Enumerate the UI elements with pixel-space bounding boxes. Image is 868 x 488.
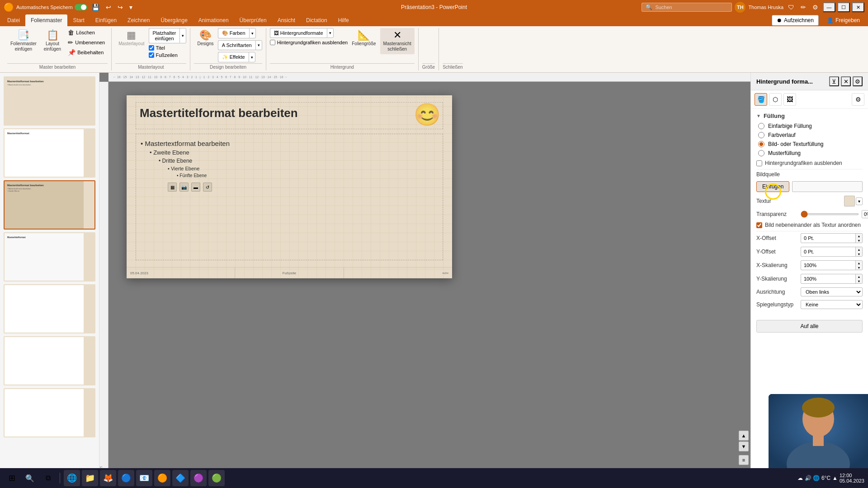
masterlayout-button[interactable]: ▦ Masterlayout (115, 28, 147, 49)
x-skalierung-value[interactable] (801, 262, 855, 269)
auf-alle-button[interactable]: Auf alle (756, 320, 863, 333)
tab-dictation[interactable]: Dictation (301, 14, 333, 26)
hintergrundformate-arrow[interactable]: ▾ (327, 28, 334, 38)
panel-collapse-button[interactable]: ⊻ (829, 76, 839, 86)
einfuegen-button[interactable]: Einfügen (756, 181, 789, 192)
platzhalter-main[interactable]: Platzhaltereinfügen (149, 28, 180, 43)
panel-extra-button[interactable]: ⚙ (852, 93, 864, 106)
effekte-main[interactable]: ✨ Effekte (218, 52, 249, 62)
taskview-button[interactable]: ⧉ (40, 470, 56, 486)
ausrichtung-dropdown[interactable]: Oben links Oben mitte Oben rechts Mitte … (801, 288, 862, 296)
tab-folienmaster[interactable]: Folienmaster (25, 14, 67, 26)
y-skalierung-up[interactable]: ▲ (856, 274, 862, 279)
outlook-button[interactable]: 📧 (136, 470, 152, 486)
edge-button[interactable]: 🌐 (64, 470, 80, 486)
x-offset-down[interactable]: ▼ (856, 238, 862, 243)
ausrichtung-select[interactable]: Oben links Oben mitte Oben rechts Mitte … (801, 287, 863, 296)
transparenz-input[interactable] (862, 210, 868, 218)
panel-tab-border[interactable]: ⬡ (769, 93, 782, 106)
tray-expand[interactable]: ▲ (832, 475, 838, 481)
autosave-toggle[interactable] (75, 4, 87, 10)
y-offset-up[interactable]: ▲ (856, 247, 862, 252)
canvas-area[interactable]: ← 16 · 15 · 14 · 13 · 12 · 11 · 10 · 9 ·… (99, 73, 750, 488)
y-skalierung-down[interactable]: ▼ (856, 279, 862, 283)
slide-thumb-7[interactable] (4, 388, 95, 437)
transparenz-value[interactable] (862, 211, 868, 218)
fuesszeilen-checkbox[interactable]: Fußzeilen (149, 52, 187, 58)
foliengroesse-button[interactable]: 📐 Foliengröße (349, 28, 379, 49)
tab-zeichnen[interactable]: Zeichnen (122, 14, 155, 26)
redo-button[interactable]: ↪ (116, 3, 125, 12)
scroll-down-button[interactable]: ▼ (739, 441, 749, 451)
pen-icon[interactable]: ✏ (799, 3, 808, 12)
hintergrundformate-main[interactable]: 🖼 Hintergrundformate (270, 28, 327, 38)
transparenz-slider[interactable] (801, 213, 859, 215)
folienmaster-einfuegen-button[interactable]: 📑 Folienmastereinfügen (7, 28, 40, 54)
panel-settings-button[interactable]: ⚙ (853, 76, 863, 86)
farben-arrow[interactable]: ▾ (249, 28, 256, 38)
panel-close-button[interactable]: ✕ (841, 76, 851, 86)
hintergrundformate-split[interactable]: 🖼 Hintergrundformate ▾ (270, 28, 348, 38)
schriftarten-main[interactable]: A Schriftarten (218, 40, 255, 50)
radio-bild-textur[interactable]: Bild- oder Texturfüllung (758, 141, 861, 147)
x-offset-up[interactable]: ▲ (856, 234, 862, 238)
undo-button[interactable]: ↩ (104, 3, 113, 12)
maximize-button[interactable]: ☐ (837, 2, 850, 12)
firefox-button[interactable]: 🦊 (100, 470, 116, 486)
effekte-arrow[interactable]: ▾ (249, 52, 255, 62)
onenote-button[interactable]: 🟣 (190, 470, 207, 486)
layout-einfuegen-button[interactable]: 📋 Layouteinfügen (41, 28, 64, 54)
titel-check[interactable] (149, 45, 154, 51)
y-skalierung-input[interactable]: ▲ ▼ (801, 274, 863, 284)
slide-thumb-1[interactable]: Mastertitelformat bearbeiten • Mastertex… (4, 76, 95, 126)
radio-farbverlauf-input[interactable] (758, 132, 764, 138)
files-button[interactable]: 📁 (82, 470, 98, 486)
close-button[interactable]: ✕ (852, 2, 864, 12)
settings-icon[interactable]: ⚙ (811, 3, 820, 12)
radio-farbverlauf[interactable]: Farbverlauf (758, 132, 861, 138)
hintergrundgrafiken-checkbox[interactable]: Hintergrundgrafiken ausblenden (270, 40, 348, 45)
tab-animationen[interactable]: Animationen (193, 14, 234, 26)
schriftarten-arrow[interactable]: ▾ (255, 40, 262, 50)
slide-canvas[interactable]: Mastertitelformat bearbeiten 😊 • Mastert… (127, 95, 452, 278)
excel-button[interactable]: 🟢 (208, 470, 225, 486)
x-offset-input[interactable]: ▲ ▼ (801, 233, 863, 243)
umbenennen-button[interactable]: ✏ Umbenennen (65, 38, 108, 47)
search-taskbar-button[interactable]: 🔍 (22, 470, 38, 486)
hintergrundgrafiken-check[interactable] (270, 40, 275, 45)
scroll-up-button[interactable]: ▲ (739, 431, 749, 441)
farben-main[interactable]: 🎨 Farben (218, 28, 249, 38)
panel-tab-image[interactable]: 🖼 (783, 93, 796, 106)
save-button[interactable]: 💾 (90, 3, 101, 12)
x-skalierung-input[interactable]: ▲ ▼ (801, 260, 863, 270)
chrome-button[interactable]: 🔵 (118, 470, 134, 486)
user-avatar[interactable]: TH (735, 2, 745, 13)
fuesszeilen-check[interactable] (149, 52, 154, 58)
aufzeichnen-button[interactable]: ⏺ Aufzeichnen (772, 15, 819, 26)
y-offset-input[interactable]: ▲ ▼ (801, 247, 863, 257)
powerpoint-taskbar-button[interactable]: 🟠 (154, 470, 170, 486)
y-offset-value[interactable] (801, 248, 855, 255)
y-offset-down[interactable]: ▼ (856, 252, 862, 256)
spiegelungstyp-dropdown[interactable]: Keine Horizontal Vertikal Beide (801, 300, 862, 309)
search-box[interactable]: 🔍 Suchen (642, 3, 732, 12)
bild-nebeneinander-checkbox[interactable] (756, 222, 762, 228)
auf-alle-canvas-button[interactable]: ≡ (739, 455, 749, 465)
x-skalierung-up[interactable]: ▲ (856, 261, 862, 265)
platzhalter-arrow[interactable]: ▾ (179, 28, 186, 43)
freigeben-button[interactable]: 👤 Freigeben (822, 15, 864, 25)
slide-thumb-2[interactable]: Mastertitelformat (4, 128, 95, 178)
farben-split[interactable]: 🎨 Farben ▾ (218, 28, 262, 38)
radio-bild-textur-input[interactable] (758, 141, 764, 147)
beibehalten-button[interactable]: 📌 Beibehalten (65, 48, 108, 57)
slide-panel[interactable]: 1 Mastertitelformat bearbeiten • Mastert… (0, 73, 99, 488)
radio-muster[interactable]: Musterfüllung (758, 150, 861, 156)
x-skalierung-down[interactable]: ▼ (856, 265, 862, 270)
more-button[interactable]: ▾ (127, 3, 134, 12)
minimize-button[interactable]: — (823, 2, 835, 12)
loeschen-button[interactable]: 🗑 Löschen (65, 28, 108, 37)
slide-thumb-4[interactable]: Mastertitelformat (4, 232, 95, 282)
tab-hilfe[interactable]: Hilfe (333, 14, 354, 26)
spiegelungstyp-select[interactable]: Keine Horizontal Vertikal Beide (801, 300, 863, 309)
x-offset-value[interactable] (801, 235, 855, 242)
